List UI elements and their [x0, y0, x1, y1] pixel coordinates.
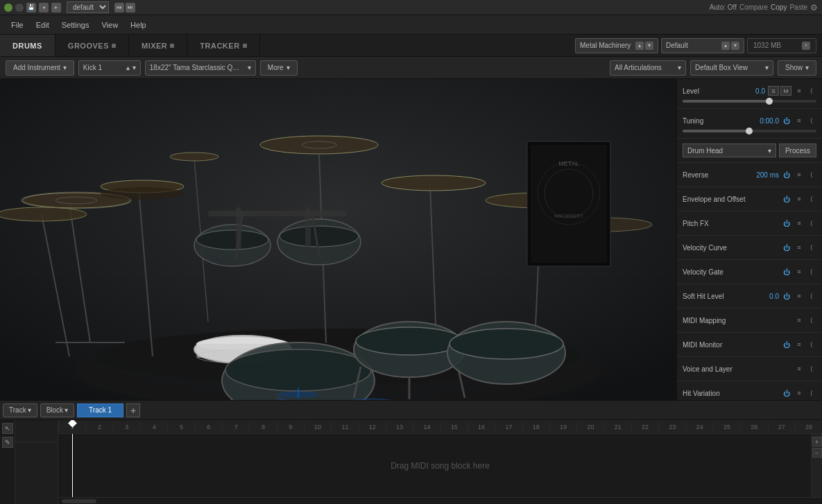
- midi-mapping-menu-icon[interactable]: ≡: [794, 315, 804, 325]
- articulation-selector[interactable]: All Articulations ▾: [610, 60, 686, 76]
- style-down-arrow[interactable]: ▾: [731, 42, 739, 50]
- reverse-label: Reverse: [683, 171, 753, 179]
- style-up-arrow[interactable]: ▴: [721, 42, 730, 50]
- voice-layer-row[interactable]: Voice and Layer ≡ ⟨: [677, 360, 822, 378]
- envelope-power-icon[interactable]: ⏻: [782, 194, 791, 204]
- hit-variation-power-icon[interactable]: ⏻: [782, 388, 791, 398]
- articulation-arrow[interactable]: ▾: [678, 64, 681, 71]
- midi-monitor-row[interactable]: MIDI Monitor ⏻ ≡ ⟨: [677, 336, 822, 354]
- level-slider[interactable]: [683, 100, 816, 103]
- midi-monitor-menu-icon[interactable]: ≡: [794, 340, 804, 349]
- menu-bar: File Edit Settings View Help: [0, 15, 822, 35]
- copy-button[interactable]: Copy: [771, 3, 787, 11]
- hit-variation-row[interactable]: Hit Variation ⏻ ≡ ⟨: [677, 384, 822, 400]
- track1-tab[interactable]: Track 1: [77, 403, 123, 417]
- track-button[interactable]: Track ▾: [3, 403, 37, 417]
- tuning-expand-icon[interactable]: ⟨: [807, 116, 816, 125]
- next-icon[interactable]: ⏭: [126, 3, 135, 12]
- timeline-content[interactable]: Drag MIDI song block here + −: [58, 434, 822, 497]
- select-tool[interactable]: ↖: [2, 423, 13, 434]
- velocity-gate-expand-icon[interactable]: ⟨: [807, 267, 816, 277]
- reverse-power-icon[interactable]: ⏻: [782, 170, 791, 180]
- velocity-curve-expand-icon[interactable]: ⟨: [807, 243, 816, 252]
- drum-head-arrow[interactable]: ▾: [768, 147, 771, 155]
- add-track-button[interactable]: +: [126, 403, 140, 417]
- velocity-curve-label: Velocity Curve: [683, 244, 779, 252]
- pitch-fx-menu-icon[interactable]: ≡: [794, 218, 804, 228]
- drum-model-arrow[interactable]: ▾: [248, 64, 251, 71]
- menu-file[interactable]: File: [6, 19, 29, 31]
- pencil-tool[interactable]: ✎: [2, 437, 13, 448]
- drum-model-selector[interactable]: 18x22" Tama Starclassic Quilted ... ▾: [145, 60, 256, 76]
- tab-tracker[interactable]: TRACKER: [187, 35, 259, 56]
- zoom-out-button[interactable]: −: [812, 448, 822, 458]
- view-selector[interactable]: Default Box View ▾: [690, 60, 773, 76]
- ruler-mark-10: 10: [304, 422, 331, 432]
- pitch-fx-power-icon[interactable]: ⏻: [782, 218, 791, 228]
- project-dropdown[interactable]: default: [67, 1, 109, 13]
- level-expand-icon[interactable]: ⟨: [807, 86, 816, 96]
- hit-variation-menu-icon[interactable]: ≡: [794, 388, 804, 398]
- drum-head-selector[interactable]: Drum Head ▾: [683, 144, 776, 157]
- menu-help[interactable]: Help: [125, 19, 152, 31]
- process-button[interactable]: Process: [779, 144, 816, 157]
- kick-down-arrow[interactable]: ▾: [132, 64, 136, 71]
- solo-button[interactable]: S: [768, 86, 779, 96]
- velocity-curve-power-icon[interactable]: ⏻: [782, 243, 791, 252]
- hit-variation-expand-icon[interactable]: ⟨: [807, 388, 816, 398]
- kick-up-arrow[interactable]: ▴: [126, 64, 130, 71]
- preset-up-arrow[interactable]: ▴: [635, 42, 644, 50]
- back-icon[interactable]: ◂: [39, 3, 49, 12]
- forward-icon[interactable]: ▸: [51, 3, 61, 12]
- midi-monitor-power-icon[interactable]: ⏻: [782, 340, 791, 349]
- instrument-preset-dropdown[interactable]: Metal Machinery ▴ ▾: [575, 38, 658, 53]
- menu-edit[interactable]: Edit: [31, 19, 55, 31]
- tuning-menu-icon[interactable]: ≡: [794, 116, 804, 125]
- midi-mapping-expand-icon[interactable]: ⟨: [807, 315, 816, 325]
- loop-btn[interactable]: [15, 3, 24, 12]
- midi-mapping-row[interactable]: MIDI Mapping ≡ ⟨: [677, 311, 822, 329]
- voice-layer-menu-icon[interactable]: ≡: [794, 364, 804, 374]
- envelope-menu-icon[interactable]: ≡: [794, 194, 804, 204]
- add-instrument-button[interactable]: Add Instrument ▾: [6, 60, 74, 76]
- menu-settings[interactable]: Settings: [56, 19, 95, 31]
- envelope-row[interactable]: Envelope and Offset ⏻ ≡ ⟨: [677, 190, 822, 208]
- velocity-curve-row[interactable]: Velocity Curve ⏻ ≡ ⟨: [677, 238, 822, 257]
- memory-arrow[interactable]: ▾: [802, 42, 810, 50]
- record-btn[interactable]: [4, 3, 12, 12]
- tab-mixer[interactable]: MIXER: [129, 35, 187, 56]
- envelope-expand-icon[interactable]: ⟨: [807, 194, 816, 204]
- zoom-in-button[interactable]: +: [812, 437, 822, 446]
- tab-drums[interactable]: DRUMS: [0, 35, 55, 56]
- velocity-gate-row[interactable]: Velocity Gate ⏻ ≡ ⟨: [677, 263, 822, 281]
- block-button[interactable]: Block ▾: [40, 403, 74, 417]
- menu-view[interactable]: View: [96, 19, 123, 31]
- tuning-slider[interactable]: [683, 130, 816, 132]
- soft-hit-expand-icon[interactable]: ⟨: [807, 291, 816, 301]
- timeline-scrollbar[interactable]: [58, 497, 822, 504]
- tab-grooves[interactable]: GROOVES: [55, 35, 129, 56]
- velocity-gate-power-icon[interactable]: ⏻: [782, 267, 791, 277]
- view-arrow[interactable]: ▾: [765, 64, 769, 71]
- pitch-fx-row[interactable]: Pitch FX ⏻ ≡ ⟨: [677, 214, 822, 232]
- save-icon[interactable]: 💾: [26, 3, 36, 12]
- kick-selector[interactable]: Kick 1 ▴ ▾: [78, 60, 141, 76]
- voice-layer-expand-icon[interactable]: ⟨: [807, 364, 816, 374]
- settings-gear-icon[interactable]: ⚙: [810, 3, 818, 12]
- style-preset-dropdown[interactable]: Default ▴ ▾: [661, 38, 744, 53]
- soft-hit-menu-icon[interactable]: ≡: [794, 291, 804, 301]
- soft-hit-power-icon[interactable]: ⏻: [782, 291, 791, 301]
- tuning-power-icon[interactable]: ⏻: [782, 116, 791, 125]
- show-button[interactable]: Show ▾: [778, 60, 816, 76]
- midi-monitor-expand-icon[interactable]: ⟨: [807, 340, 816, 349]
- pitch-fx-expand-icon[interactable]: ⟨: [807, 218, 816, 228]
- velocity-gate-menu-icon[interactable]: ≡: [794, 267, 804, 277]
- velocity-curve-menu-icon[interactable]: ≡: [794, 243, 804, 252]
- mute-button[interactable]: M: [780, 86, 791, 96]
- preset-down-arrow[interactable]: ▾: [645, 42, 653, 50]
- reverse-expand-icon[interactable]: ⟨: [807, 170, 816, 180]
- more-button[interactable]: More ▾: [260, 60, 298, 76]
- reverse-menu-icon[interactable]: ≡: [794, 170, 804, 180]
- prev-icon[interactable]: ⏮: [114, 3, 124, 12]
- level-menu-icon[interactable]: ≡: [794, 86, 804, 96]
